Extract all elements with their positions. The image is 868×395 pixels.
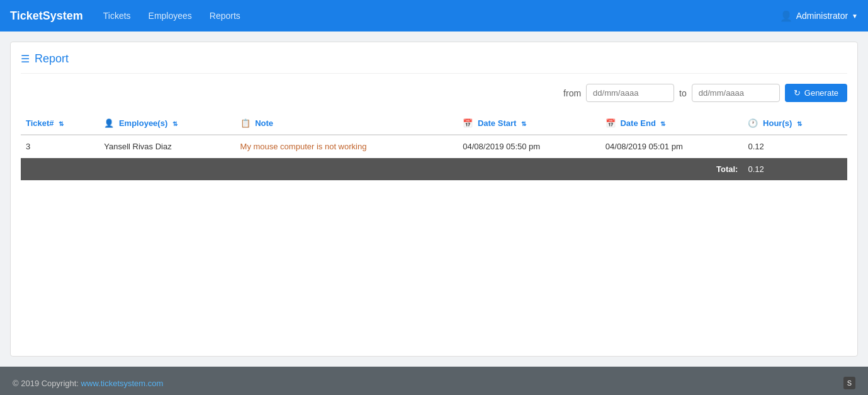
brand-link[interactable]: TicketSystem xyxy=(10,9,83,23)
to-date-input[interactable] xyxy=(692,84,780,102)
total-value: 0.12 xyxy=(743,158,847,181)
col-ticket-label: Ticket# xyxy=(26,118,54,128)
nav-tickets[interactable]: Tickets xyxy=(96,6,138,26)
footer: © 2019 Copyright: www.ticketsystem.com S xyxy=(0,367,868,395)
footer-badge: S xyxy=(843,377,855,389)
total-label: Total: xyxy=(21,158,743,181)
to-label: to xyxy=(679,88,687,98)
generate-button[interactable]: ↻ Generate xyxy=(785,84,847,102)
sort-hours-icon: ⇅ xyxy=(797,120,802,127)
col-employee-label: Employee(s) xyxy=(119,118,167,128)
copyright-text: © 2019 Copyright: xyxy=(13,379,79,388)
sort-date-start-icon: ⇅ xyxy=(521,120,526,127)
cell-employee: Yansell Rivas Diaz xyxy=(99,135,235,158)
hours-col-icon: 🕐 xyxy=(748,118,758,128)
page-header: ☰ Report xyxy=(21,52,847,74)
user-menu[interactable]: 👤 Administrator ▼ xyxy=(780,10,858,22)
col-note-label: Note xyxy=(255,118,273,128)
sort-employee-icon: ⇅ xyxy=(172,120,178,127)
table-header-row: Ticket# ⇅ 👤 Employee(s) ⇅ 📋 Note 📅 xyxy=(21,112,847,135)
cell-ticket: 3 xyxy=(21,135,99,158)
user-icon: 👤 xyxy=(780,10,792,22)
refresh-icon: ↻ xyxy=(794,88,801,98)
note-col-icon: 📋 xyxy=(240,118,251,128)
navbar: TicketSystem Tickets Employees Reports 👤… xyxy=(0,0,868,31)
report-table: Ticket# ⇅ 👤 Employee(s) ⇅ 📋 Note 📅 xyxy=(21,112,847,181)
symfony-icon: S xyxy=(847,379,852,387)
cell-hours: 0.12 xyxy=(743,135,847,158)
col-note[interactable]: 📋 Note xyxy=(235,112,458,135)
generate-label: Generate xyxy=(804,88,838,98)
cell-date-end: 04/08/2019 05:01 pm xyxy=(600,135,743,158)
report-list-icon: ☰ xyxy=(21,53,30,65)
table-body: 3 Yansell Rivas Diaz My mouse computer i… xyxy=(21,135,847,181)
employee-col-icon: 👤 xyxy=(104,118,114,128)
nav-employees[interactable]: Employees xyxy=(141,6,200,26)
cell-date-start: 04/08/2019 05:50 pm xyxy=(458,135,600,158)
date-start-col-icon: 📅 xyxy=(463,118,473,128)
footer-link[interactable]: www.ticketsystem.com xyxy=(81,379,164,388)
from-label: from xyxy=(563,88,581,98)
col-hours-label: Hour(s) xyxy=(763,118,792,128)
col-date-end-label: Date End xyxy=(620,118,655,128)
footer-copyright: © 2019 Copyright: www.ticketsystem.com xyxy=(13,379,163,388)
table-header: Ticket# ⇅ 👤 Employee(s) ⇅ 📋 Note 📅 xyxy=(21,112,847,135)
main-content: ☰ Report from to ↻ Generate Ticket# ⇅ xyxy=(0,31,868,367)
table-row: 3 Yansell Rivas Diaz My mouse computer i… xyxy=(21,135,847,158)
col-date-end[interactable]: 📅 Date End ⇅ xyxy=(600,112,743,135)
col-date-start-label: Date Start xyxy=(478,118,516,128)
user-caret-icon: ▼ xyxy=(852,13,858,20)
col-date-start[interactable]: 📅 Date Start ⇅ xyxy=(458,112,600,135)
sort-ticket-icon: ⇅ xyxy=(59,120,64,127)
cell-note: My mouse computer is not working xyxy=(235,135,458,158)
col-employee[interactable]: 👤 Employee(s) ⇅ xyxy=(99,112,235,135)
sort-date-end-icon: ⇅ xyxy=(660,120,665,127)
col-hours[interactable]: 🕐 Hour(s) ⇅ xyxy=(743,112,847,135)
nav-reports[interactable]: Reports xyxy=(202,6,248,26)
col-ticket[interactable]: Ticket# ⇅ xyxy=(21,112,99,135)
total-row: Total: 0.12 xyxy=(21,158,847,181)
user-label: Administrator xyxy=(796,11,848,21)
nav-menu: Tickets Employees Reports xyxy=(96,6,780,26)
page-title: Report xyxy=(35,52,69,66)
date-end-col-icon: 📅 xyxy=(606,118,616,128)
filter-row: from to ↻ Generate xyxy=(21,84,847,102)
from-date-input[interactable] xyxy=(586,84,674,102)
content-card: ☰ Report from to ↻ Generate Ticket# ⇅ xyxy=(10,42,858,357)
